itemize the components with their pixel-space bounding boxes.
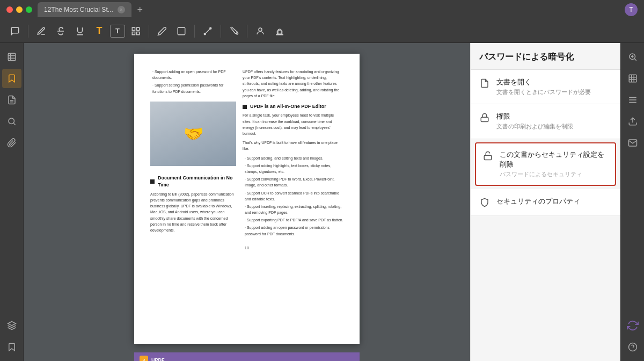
- left-sidebar: [0, 43, 24, 361]
- open-document-desc: 文書を開くときにパスワードが必要: [496, 88, 612, 96]
- main-area: · Support adding an open password for PD…: [0, 43, 644, 361]
- pdf-page-footer: 10: [150, 245, 343, 251]
- pencil-btn[interactable]: [153, 23, 171, 40]
- pdf-section-header-right: UPDF is an All-In-One PDF Editor: [243, 103, 343, 111]
- permissions-item[interactable]: 権限 文書の印刷および編集を制限: [471, 104, 620, 139]
- user-btn[interactable]: [252, 23, 269, 40]
- line-btn[interactable]: [199, 23, 216, 40]
- remove-security-text: この文書からセキュリティ設定を削除 パスワードによるセキュリティ: [500, 150, 609, 178]
- pdf-bullet-1: · Support adding an open password for PD…: [150, 69, 236, 81]
- svg-point-10: [259, 28, 262, 31]
- right-panel-header: パスワードによる暗号化: [471, 43, 620, 70]
- next-page-header: U UPDF: [134, 352, 360, 361]
- close-button[interactable]: [6, 6, 13, 13]
- bookmark-save-btn[interactable]: [2, 337, 21, 357]
- svg-rect-5: [137, 32, 140, 34]
- updf-label: UPDF: [151, 357, 165, 361]
- attachments-btn[interactable]: [2, 133, 21, 153]
- toolbar: T T: [0, 19, 644, 43]
- remove-security-item[interactable]: この文書からセキュリティ設定を削除 パスワードによるセキュリティ: [475, 142, 616, 186]
- pdf-rb-1: · Support adding, and editing texts and …: [243, 155, 343, 161]
- divider-1: [28, 25, 28, 38]
- comment-btn[interactable]: [6, 23, 24, 40]
- svg-rect-21: [481, 118, 488, 122]
- menu-item-security-properties[interactable]: セキュリティのプロパティ: [471, 189, 620, 216]
- tab-close-button[interactable]: ×: [118, 6, 125, 13]
- pdf-rb-5: · Support inserting, replacing, extracti…: [243, 204, 343, 215]
- right-panel-title: パスワードによる暗号化: [479, 52, 612, 63]
- pdf-body-text-left: According to Bill (2002), paperless comm…: [150, 191, 236, 233]
- pdf-body-1: For a single task, your employees need t…: [243, 112, 343, 136]
- pdf-col-right: UPDF offers handy features for annotatin…: [243, 69, 343, 239]
- traffic-lights: [6, 6, 32, 13]
- layers-btn[interactable]: [2, 316, 21, 335]
- highlight-btn[interactable]: [33, 23, 50, 40]
- bookmarks-btn[interactable]: [2, 69, 21, 88]
- remove-security-label: この文書からセキュリティ設定を削除: [500, 150, 609, 169]
- open-document-icon: [479, 78, 490, 89]
- svg-rect-4: [132, 32, 135, 34]
- security-properties-text: セキュリティのプロパティ: [496, 197, 612, 207]
- text-box-btn[interactable]: T: [110, 25, 125, 38]
- new-tab-button[interactable]: +: [134, 3, 147, 16]
- pdf-page: · Support adding an open password for PD…: [134, 54, 360, 344]
- pdf-rb-6: · Support exporting PDF to PDF/A and sav…: [243, 217, 343, 223]
- pages-btn[interactable]: [2, 47, 21, 67]
- svg-point-9: [210, 27, 211, 29]
- pdf-image: 🤝: [150, 102, 236, 166]
- user-avatar[interactable]: T: [625, 3, 638, 16]
- active-tab[interactable]: 12The Most Crucial St... ×: [38, 2, 131, 17]
- pdf-rb-2: · Support adding highlights, text boxes,…: [243, 163, 343, 175]
- stamp-btn[interactable]: [271, 23, 288, 40]
- updf-logo: U UPDF: [140, 356, 165, 361]
- menu-item-permissions[interactable]: 権限 文書の印刷および編集を制限: [471, 104, 620, 139]
- remove-security-desc: パスワードによるセキュリティ: [500, 170, 609, 178]
- zoom-in-btn[interactable]: [623, 47, 642, 67]
- text-btn[interactable]: T: [91, 23, 108, 40]
- svg-rect-6: [178, 27, 185, 35]
- open-document-item[interactable]: 文書を開く 文書を開くときにパスワードが必要: [471, 70, 620, 104]
- underline-btn[interactable]: [71, 23, 89, 40]
- open-document-label: 文書を開く: [496, 77, 612, 87]
- divider-4: [221, 25, 221, 38]
- security-properties-item[interactable]: セキュリティのプロパティ: [471, 189, 620, 216]
- section-square-icon-2: [243, 105, 247, 109]
- pdf-viewer[interactable]: · Support adding an open password for PD…: [24, 43, 470, 361]
- divider-2: [149, 25, 149, 38]
- far-right-toolbar: [620, 43, 644, 361]
- svg-point-18: [9, 118, 14, 124]
- fit-page-btn[interactable]: [623, 69, 642, 88]
- annotations-btn[interactable]: [2, 90, 21, 110]
- svg-rect-22: [484, 155, 492, 160]
- divider-5: [247, 25, 247, 38]
- sync-icon-btn[interactable]: [623, 316, 642, 335]
- fill-btn[interactable]: [225, 23, 243, 40]
- menu-item-remove-security-wrapper[interactable]: この文書からセキュリティ設定を削除 パスワードによるセキュリティ: [471, 139, 620, 189]
- permissions-label: 権限: [496, 112, 612, 121]
- pdf-two-col: · Support adding an open password for PD…: [150, 69, 343, 239]
- mail-btn[interactable]: [623, 133, 642, 153]
- section-square-icon: [150, 179, 155, 184]
- svg-rect-12: [8, 53, 16, 61]
- search-btn[interactable]: [2, 112, 21, 131]
- next-page-preview: U UPDF UPDF is well aware of the various…: [134, 352, 360, 361]
- remove-security-icon: [482, 150, 493, 161]
- permissions-text: 権限 文書の印刷および編集を制限: [496, 112, 612, 131]
- svg-point-8: [204, 33, 206, 34]
- shape-btn[interactable]: [173, 23, 190, 40]
- open-document-text: 文書を開く 文書を開くときにパスワードが必要: [496, 77, 612, 96]
- svg-line-25: [634, 59, 636, 60]
- minimize-button[interactable]: [16, 6, 23, 13]
- grid-btn[interactable]: [127, 23, 144, 40]
- pdf-rb-7: · Support adding an open password or per…: [243, 225, 343, 236]
- maximize-button[interactable]: [26, 6, 32, 13]
- export-btn[interactable]: [623, 112, 642, 131]
- pdf-col-left: · Support adding an open password for PD…: [150, 69, 236, 239]
- svg-rect-28: [629, 75, 636, 82]
- help-btn[interactable]: [623, 337, 642, 357]
- right-panel: パスワードによる暗号化 文書を開く 文書を開くときにパスワードが必要: [470, 43, 620, 361]
- view-mode-btn[interactable]: [623, 90, 642, 110]
- pdf-rb-3: · Support converting PDF to Word, Excel,…: [243, 176, 343, 188]
- strikethrough-btn[interactable]: [52, 23, 69, 40]
- menu-item-open-document[interactable]: 文書を開く 文書を開くときにパスワードが必要: [471, 70, 620, 104]
